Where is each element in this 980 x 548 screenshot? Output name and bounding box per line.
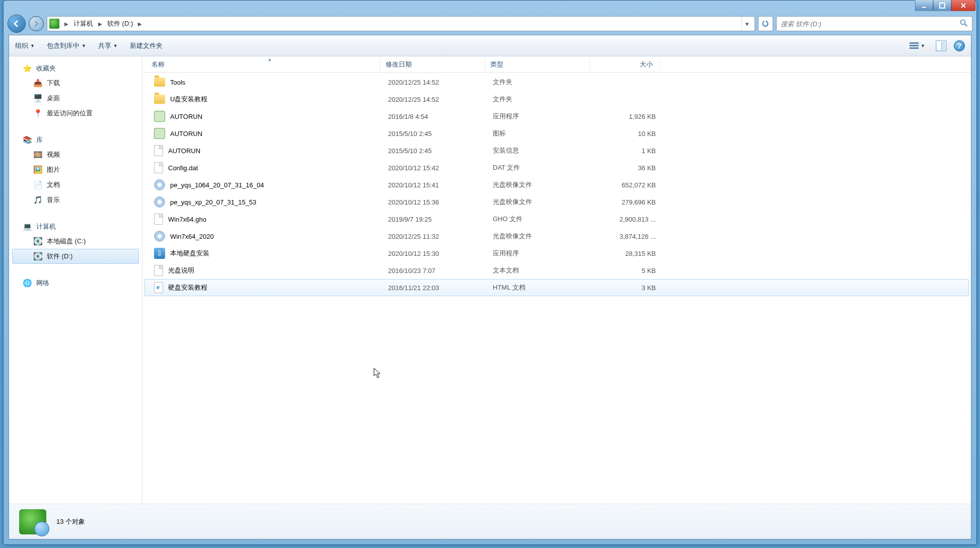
nav-downloads[interactable]: 📥下载 <box>12 76 139 91</box>
file-type: 应用程序 <box>488 112 592 121</box>
file-date: 2020/10/12 15:30 <box>383 250 488 257</box>
chevron-right-icon[interactable]: ▶ <box>135 21 145 27</box>
file-row[interactable]: U盘安装教程2020/12/25 14:52文件夹 <box>144 91 969 108</box>
file-list-area: 名称 ▲ 修改日期 类型 大小 Tools2020/12/25 14:52文件夹… <box>142 56 971 504</box>
file-list[interactable]: Tools2020/12/25 14:52文件夹U盘安装教程2020/12/25… <box>142 73 971 504</box>
column-size[interactable]: 大小 <box>590 56 660 72</box>
nav-desktop[interactable]: 🖥️桌面 <box>12 91 139 106</box>
search-box[interactable] <box>776 16 972 31</box>
close-button[interactable] <box>951 0 975 11</box>
breadcrumb-computer[interactable]: 计算机 <box>71 18 95 29</box>
explorer-window: ▶ 计算机 ▶ 软件 (D:) ▶ ▾ 组织 ▼ 包含到库中 ▼ <box>3 0 977 545</box>
video-icon: 🎞️ <box>33 150 43 160</box>
svg-rect-1 <box>940 3 945 8</box>
file-type: 文件夹 <box>488 78 592 87</box>
file-row[interactable]: pe_yqs_xp_20_07_31_15_532020/10/12 15:36… <box>144 193 969 211</box>
file-name: 本地硬盘安装 <box>170 249 209 258</box>
nav-pictures[interactable]: 🖼️图片 <box>12 162 139 177</box>
back-button[interactable] <box>8 15 26 33</box>
file-type: 光盘映像文件 <box>488 232 592 241</box>
address-bar[interactable]: ▶ 计算机 ▶ 软件 (D:) ▶ ▾ <box>47 16 755 31</box>
file-type: 文件夹 <box>488 95 592 104</box>
html-icon <box>154 282 163 293</box>
search-input[interactable] <box>781 20 960 28</box>
library-icon: 📚 <box>22 135 32 145</box>
exe-icon <box>154 111 165 122</box>
chevron-right-icon[interactable]: ▶ <box>61 21 71 27</box>
file-name: U盘安装教程 <box>170 95 207 104</box>
search-icon[interactable] <box>960 19 968 29</box>
file-name: 光盘说明 <box>168 266 194 275</box>
forward-button[interactable] <box>29 16 44 31</box>
share-label: 共享 <box>98 41 111 50</box>
disc-icon <box>154 196 165 208</box>
minimize-button[interactable] <box>915 0 933 11</box>
file-row[interactable]: Win7x64_20202020/12/25 11:32光盘映像文件3,874,… <box>144 228 969 245</box>
star-icon: ⭐ <box>22 63 32 74</box>
computer-header[interactable]: 💻 计算机 <box>12 220 139 234</box>
file-row[interactable]: AUTORUN2015/5/10 2:45安装信息1 KB <box>144 142 969 159</box>
nav-drive-d[interactable]: 💽软件 (D:) <box>12 249 139 264</box>
file-row[interactable]: Tools2020/12/25 14:52文件夹 <box>144 74 969 91</box>
file-name: AUTORUN <box>170 130 202 138</box>
file-type: 光盘映像文件 <box>488 180 592 189</box>
file-date: 2015/5/10 2:45 <box>383 147 488 155</box>
file-row[interactable]: 光盘说明2016/10/23 7:07文本文档5 KB <box>144 262 969 279</box>
file-name: Win7x64.gho <box>168 216 206 223</box>
chevron-right-icon[interactable]: ▶ <box>95 21 105 27</box>
nav-videos[interactable]: 🎞️视频 <box>12 147 139 162</box>
file-row[interactable]: Win7x64.gho2019/9/7 19:25GHO 文件2,900,813… <box>144 211 969 228</box>
file-row[interactable]: Config.dat2020/10/12 15:42DAT 文件36 KB <box>144 159 969 176</box>
nav-drive-c[interactable]: 💽本地磁盘 (C:) <box>12 234 139 249</box>
file-name: AUTORUN <box>170 113 202 120</box>
drive-large-icon <box>19 509 46 534</box>
column-name[interactable]: 名称 ▲ <box>146 56 381 72</box>
file-date: 2020/10/12 15:41 <box>383 181 488 189</box>
file-name: pe_yqs_xp_20_07_31_15_53 <box>170 198 256 206</box>
file-size: 652,072 KB <box>592 181 663 189</box>
recent-icon: 📍 <box>33 108 43 118</box>
preview-pane-button[interactable] <box>936 40 947 51</box>
chevron-down-icon: ▼ <box>30 43 35 48</box>
address-dropdown-icon[interactable]: ▾ <box>741 17 752 31</box>
include-library-menu[interactable]: 包含到库中 ▼ <box>47 41 86 50</box>
command-bar: 组织 ▼ 包含到库中 ▼ 共享 ▼ 新建文件夹 <box>9 35 971 56</box>
hdd-icon: 💽 <box>33 236 43 246</box>
file-date: 2016/10/23 7:07 <box>383 267 488 275</box>
file-size: 28,315 KB <box>592 250 663 257</box>
chevron-down-icon: ▼ <box>921 43 925 48</box>
nav-music[interactable]: 🎵音乐 <box>12 192 139 208</box>
nav-documents[interactable]: 📄文档 <box>12 177 139 192</box>
help-button[interactable]: ? <box>954 40 965 51</box>
network-group: 🌐 网络 <box>12 276 139 290</box>
new-folder-button[interactable]: 新建文件夹 <box>130 41 163 50</box>
favorites-header[interactable]: ⭐ 收藏夹 <box>12 61 139 76</box>
file-name: 硬盘安装教程 <box>168 283 207 292</box>
file-size: 279,696 KB <box>592 198 663 206</box>
file-row[interactable]: pe_yqs_1064_20_07_31_16_042020/10/12 15:… <box>144 176 969 193</box>
nav-recent[interactable]: 📍最近访问的位置 <box>12 106 139 121</box>
file-row[interactable]: AUTORUN2016/1/8 4:54应用程序1,926 KB <box>144 108 969 125</box>
svg-rect-3 <box>910 42 919 44</box>
titlebar[interactable] <box>4 1 976 14</box>
file-row[interactable]: AUTORUN2015/5/10 2:45图标10 KB <box>144 125 969 142</box>
file-name: pe_yqs_1064_20_07_31_16_04 <box>170 181 264 189</box>
file-row[interactable]: 硬盘安装教程2016/11/21 22:03HTML 文档3 KB <box>144 279 969 296</box>
maximize-button[interactable] <box>933 0 951 11</box>
file-date: 2016/1/8 4:54 <box>383 113 488 120</box>
file-name: Config.dat <box>168 164 198 172</box>
navigation-pane[interactable]: ⭐ 收藏夹 📥下载 🖥️桌面 📍最近访问的位置 📚 库 🎞️视频 🖼️图片 📄文… <box>9 56 142 504</box>
file-name: Tools <box>170 79 185 86</box>
view-mode-button[interactable]: ▼ <box>906 40 929 51</box>
network-header[interactable]: 🌐 网络 <box>12 276 139 290</box>
share-menu[interactable]: 共享 ▼ <box>98 41 118 50</box>
column-type[interactable]: 类型 <box>485 56 590 72</box>
column-date[interactable]: 修改日期 <box>381 56 485 72</box>
organize-menu[interactable]: 组织 ▼ <box>15 41 35 50</box>
breadcrumb-drive[interactable]: 软件 (D:) <box>105 18 135 29</box>
libraries-header[interactable]: 📚 库 <box>12 133 139 147</box>
file-type: GHO 文件 <box>488 215 592 224</box>
file-type: 安装信息 <box>488 146 592 155</box>
file-row[interactable]: ⇩本地硬盘安装2020/10/12 15:30应用程序28,315 KB <box>144 245 969 262</box>
refresh-button[interactable] <box>758 16 773 31</box>
